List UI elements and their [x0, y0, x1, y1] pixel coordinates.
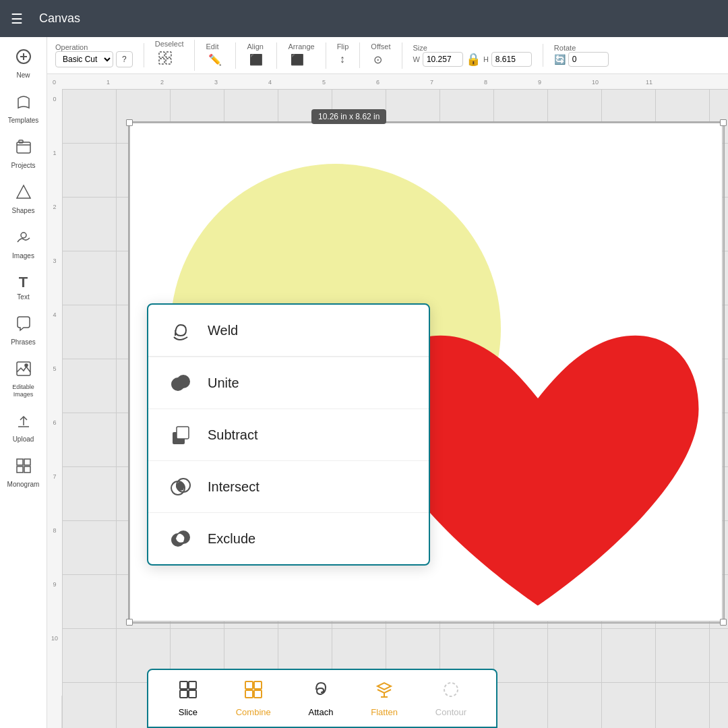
svg-text:10: 10	[51, 635, 58, 642]
svg-rect-17	[17, 466, 23, 473]
operation-select[interactable]: Basic Cut	[55, 51, 113, 67]
bottom-btn-attach[interactable]: Attach	[301, 674, 342, 723]
svg-rect-52	[180, 681, 187, 689]
bottom-btn-slice[interactable]: Slice	[170, 674, 206, 723]
sidebar-label-upload: Upload	[13, 435, 34, 444]
menu-item-intersect[interactable]: Intersect	[148, 461, 429, 513]
bottom-btn-combine[interactable]: Combine	[228, 674, 279, 723]
new-icon	[15, 48, 32, 69]
svg-rect-54	[180, 690, 187, 698]
flip-group: Flip ↕	[337, 42, 361, 68]
bottom-btn-contour: Contour	[427, 674, 475, 723]
menu-item-subtract[interactable]: Subtract	[148, 409, 429, 461]
deselect-group: Deselect	[155, 40, 195, 71]
rotate-input[interactable]	[568, 52, 609, 67]
h-label: H	[483, 55, 489, 63]
sidebar: New Templates Projects Shapes	[0, 37, 47, 728]
sidebar-item-new[interactable]: New	[3, 42, 44, 85]
rotate-label: Rotate	[554, 44, 609, 52]
menu-item-weld[interactable]: Weld	[148, 305, 429, 357]
align-group: Align ⬛	[247, 42, 277, 69]
intersect-icon	[167, 473, 194, 500]
sidebar-item-templates[interactable]: Templates	[3, 88, 44, 130]
contour-icon	[441, 679, 461, 704]
sidebar-item-text[interactable]: T Text	[3, 268, 44, 307]
attach-label: Attach	[309, 707, 334, 717]
svg-rect-16	[24, 459, 30, 465]
deselect-button[interactable]	[155, 48, 175, 71]
svg-text:10: 10	[592, 79, 599, 86]
svg-rect-32	[47, 89, 62, 696]
bottom-btn-flatten[interactable]: Flatten	[363, 674, 406, 723]
svg-text:7: 7	[53, 473, 56, 480]
topbar: ☰ Canvas	[0, 0, 728, 37]
images-icon	[15, 229, 32, 250]
text-icon: T	[19, 274, 28, 291]
sidebar-item-upload[interactable]: Upload	[3, 406, 44, 449]
rotate-group: Rotate 🔄	[554, 44, 619, 67]
svg-text:0: 0	[53, 79, 56, 86]
subtract-icon	[167, 421, 194, 448]
operation-group: Operation Basic Cut ?	[55, 43, 144, 67]
svg-text:6: 6	[53, 419, 56, 426]
arrange-button[interactable]: ⬛	[288, 51, 307, 69]
svg-text:8: 8	[53, 527, 56, 534]
exclude-icon	[167, 525, 194, 552]
svg-text:9: 9	[538, 79, 541, 86]
weld-icon	[167, 317, 194, 344]
svg-rect-56	[245, 681, 253, 689]
flatten-icon	[374, 679, 394, 704]
sidebar-item-phrases[interactable]: Phrases	[3, 309, 44, 352]
svg-point-45	[177, 375, 190, 388]
svg-text:3: 3	[214, 79, 218, 86]
width-input[interactable]	[423, 52, 463, 67]
slice-icon	[178, 679, 198, 704]
bottom-toolbar: Slice Combine Attach	[147, 669, 497, 728]
sidebar-item-monogram[interactable]: Monogram	[3, 452, 44, 494]
help-button[interactable]: ?	[116, 51, 133, 67]
deselect-label: Deselect	[155, 40, 184, 48]
menu-item-exclude[interactable]: Exclude	[148, 513, 429, 564]
svg-point-12	[25, 364, 28, 367]
svg-rect-55	[189, 690, 196, 698]
height-input[interactable]	[491, 52, 532, 67]
svg-text:8: 8	[484, 79, 487, 86]
svg-point-10	[21, 233, 26, 238]
size-label: Size	[413, 44, 532, 52]
svg-text:4: 4	[53, 311, 56, 318]
sidebar-item-images[interactable]: Images	[3, 223, 44, 266]
offset-group: Offset ⊙	[371, 42, 402, 69]
align-button[interactable]: ⬛	[247, 51, 266, 69]
edit-button[interactable]: ✏️	[206, 51, 224, 69]
svg-marker-9	[17, 185, 30, 198]
ruler-left: 0 1 2 3 4 5 6 7 8 9 10	[47, 89, 62, 728]
sidebar-item-editable-images[interactable]: Editable Images	[3, 355, 44, 404]
sidebar-label-new: New	[16, 71, 30, 80]
menu-icon[interactable]: ☰	[11, 11, 23, 27]
exclude-label: Exclude	[208, 531, 255, 547]
toolbar: Operation Basic Cut ? Deselect	[47, 37, 728, 74]
offset-button[interactable]: ⊙	[371, 51, 385, 69]
monogram-icon	[15, 457, 32, 479]
sidebar-label-phrases: Phrases	[11, 338, 36, 346]
svg-rect-3	[166, 59, 171, 64]
subtract-label: Subtract	[208, 427, 257, 443]
svg-rect-53	[189, 681, 196, 689]
menu-item-unite[interactable]: Unite	[148, 357, 429, 409]
edit-group: Edit ✏️	[206, 42, 236, 69]
svg-text:1: 1	[53, 150, 56, 156]
weld-label: Weld	[208, 323, 238, 338]
svg-text:2: 2	[53, 204, 56, 210]
flip-button[interactable]: ↕	[337, 51, 348, 68]
svg-rect-0	[159, 52, 164, 57]
svg-rect-47	[177, 427, 189, 439]
sidebar-item-shapes[interactable]: Shapes	[3, 178, 44, 220]
sidebar-label-images: Images	[12, 252, 34, 260]
svg-text:5: 5	[322, 79, 326, 86]
edit-label: Edit	[206, 42, 224, 51]
context-menu: Weld Unite Subtract Int	[147, 303, 430, 566]
templates-icon	[15, 93, 32, 115]
sidebar-item-projects[interactable]: Projects	[3, 133, 44, 175]
svg-point-66	[444, 683, 458, 696]
sidebar-label-monogram: Monogram	[7, 481, 40, 489]
